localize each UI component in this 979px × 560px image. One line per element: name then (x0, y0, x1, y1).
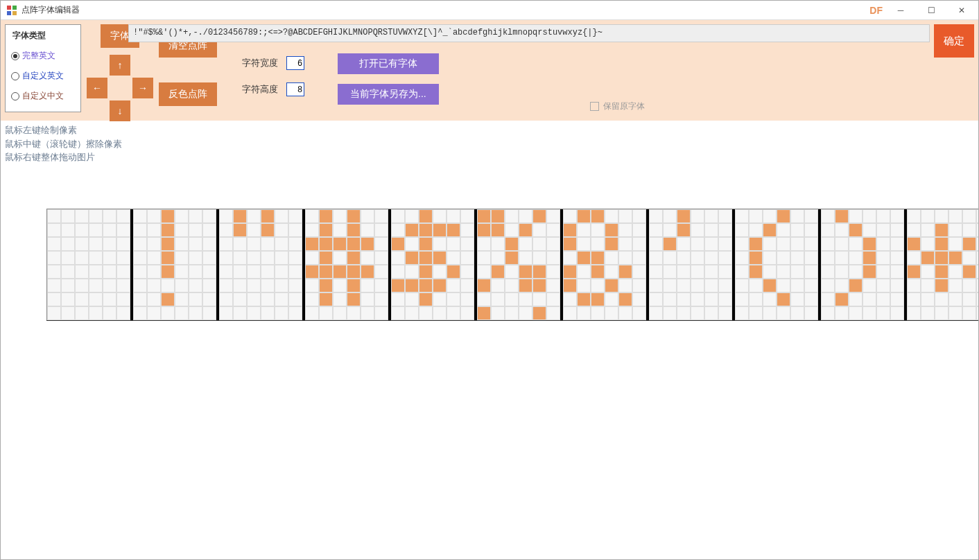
invert-button[interactable]: 反色点阵 (159, 82, 217, 106)
pixel-cell[interactable] (61, 292, 75, 306)
pixel-cell[interactable] (804, 292, 818, 306)
pixel-cell[interactable] (47, 223, 61, 237)
pixel-cell[interactable] (546, 306, 560, 320)
pixel-cell[interactable] (563, 237, 577, 251)
pixel-cell[interactable] (691, 265, 704, 279)
pixel-cell[interactable] (405, 265, 419, 279)
pixel-cell[interactable] (75, 265, 89, 279)
pixel-cell[interactable] (677, 251, 691, 265)
pixel-cell[interactable] (863, 251, 876, 265)
radio-custom-english[interactable]: 自定义英文 (10, 66, 76, 86)
pixel-cell[interactable] (577, 292, 591, 306)
confirm-button[interactable]: 确定 (934, 24, 974, 58)
pixel-cell[interactable] (618, 279, 632, 292)
pixel-cell[interactable] (691, 251, 704, 265)
pixel-cell[interactable] (532, 251, 546, 265)
pixel-cell[interactable] (835, 209, 849, 223)
pixel-cell[interactable] (704, 237, 718, 251)
pixel-cell[interactable] (319, 306, 333, 320)
pixel-cell[interactable] (663, 279, 677, 292)
pixel-cell[interactable] (219, 251, 233, 265)
pixel-cell[interactable] (233, 251, 247, 265)
pixel-cell[interactable] (116, 209, 130, 223)
pixel-cell[interactable] (790, 292, 804, 306)
pixel-cell[interactable] (147, 209, 161, 223)
pixel-cell[interactable] (275, 279, 288, 292)
glyph[interactable] (477, 209, 563, 320)
pixel-cell[interactable] (347, 237, 361, 251)
pixel-cell[interactable] (405, 223, 419, 237)
pixel-cell[interactable] (577, 279, 591, 292)
pixel-cell[interactable] (976, 279, 978, 292)
pixel-cell[interactable] (948, 265, 962, 279)
pixel-cell[interactable] (749, 237, 763, 251)
pixel-cell[interactable] (116, 306, 130, 320)
pixel-cell[interactable] (849, 292, 863, 306)
pixel-cell[interactable] (361, 306, 374, 320)
pixel-cell[interactable] (718, 209, 732, 223)
pixel-cell[interactable] (921, 223, 935, 237)
pixel-cell[interactable] (219, 223, 233, 237)
pixel-cell[interactable] (835, 279, 849, 292)
pixel-cell[interactable] (219, 265, 233, 279)
pixel-cell[interactable] (460, 251, 474, 265)
pixel-cell[interactable] (89, 223, 103, 237)
pixel-cell[interactable] (976, 251, 978, 265)
pixel-cell[interactable] (319, 209, 333, 223)
pixel-cell[interactable] (948, 223, 962, 237)
pixel-cell[interactable] (405, 251, 419, 265)
pixel-cell[interactable] (876, 223, 890, 237)
pixel-cell[interactable] (491, 292, 505, 306)
pixel-cell[interactable] (563, 306, 577, 320)
pixel-cell[interactable] (618, 292, 632, 306)
pixel-cell[interactable] (460, 265, 474, 279)
pixel-cell[interactable] (261, 279, 275, 292)
pixel-cell[interactable] (863, 265, 876, 279)
pixel-cell[interactable] (491, 279, 505, 292)
pixel-cell[interactable] (546, 265, 560, 279)
pixel-cell[interactable] (202, 292, 216, 306)
pixel-cell[interactable] (202, 279, 216, 292)
pixel-cell[interactable] (175, 265, 189, 279)
pixel-cell[interactable] (133, 292, 147, 306)
pixel-cell[interactable] (890, 292, 904, 306)
pixel-cell[interactable] (605, 265, 618, 279)
pixel-cell[interactable] (374, 279, 388, 292)
pixel-cell[interactable] (319, 223, 333, 237)
pixel-cell[interactable] (649, 265, 663, 279)
pixel-cell[interactable] (61, 209, 75, 223)
pixel-cell[interactable] (948, 306, 962, 320)
pixel-cell[interactable] (804, 251, 818, 265)
pixel-cell[interactable] (749, 209, 763, 223)
glyph[interactable] (563, 209, 649, 320)
pixel-cell[interactable] (907, 251, 921, 265)
pixel-cell[interactable] (333, 265, 347, 279)
pixel-cell[interactable] (61, 306, 75, 320)
arrow-up-button[interactable]: ↑ (110, 55, 130, 76)
pixel-cell[interactable] (288, 265, 302, 279)
pixel-cell[interactable] (133, 279, 147, 292)
pixel-cell[interactable] (532, 279, 546, 292)
pixel-cell[interactable] (175, 251, 189, 265)
pixel-cell[interactable] (202, 306, 216, 320)
pixel-cell[interactable] (735, 251, 749, 265)
pixel-cell[interactable] (605, 223, 618, 237)
pixel-cell[interactable] (333, 279, 347, 292)
pixel-cell[interactable] (777, 251, 790, 265)
pixel-cell[interactable] (849, 223, 863, 237)
pixel-cell[interactable] (189, 209, 202, 223)
pixel-cell[interactable] (948, 279, 962, 292)
pixel-cell[interactable] (790, 265, 804, 279)
pixel-cell[interactable] (976, 223, 978, 237)
pixel-cell[interactable] (116, 223, 130, 237)
pixel-cell[interactable] (189, 292, 202, 306)
pixel-cell[interactable] (405, 237, 419, 251)
pixel-cell[interactable] (849, 279, 863, 292)
pixel-cell[interactable] (419, 279, 433, 292)
pixel-cell[interactable] (433, 265, 447, 279)
pixel-cell[interactable] (247, 292, 261, 306)
pixel-cell[interactable] (433, 209, 447, 223)
pixel-cell[interactable] (935, 265, 948, 279)
pixel-cell[interactable] (921, 279, 935, 292)
pixel-cell[interactable] (763, 279, 777, 292)
